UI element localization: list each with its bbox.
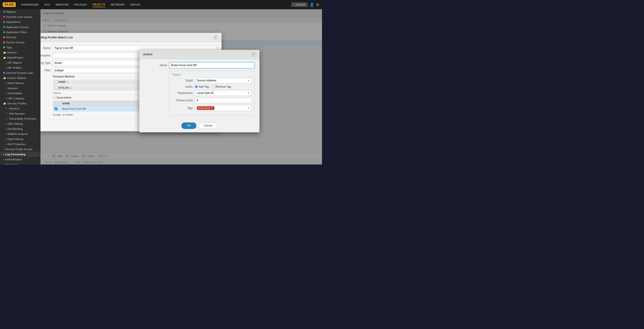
sidebar-label-wildfire: WildFire Analysis [8,132,28,135]
nav-objects[interactable]: OBJECTS [92,2,105,7]
sidebar-item-log-forwarding[interactable]: ▪ Log Forwarding [0,152,40,157]
sidebar-item-security-profile-groups[interactable]: ▪ Security Profile Groups [0,147,40,152]
sidebar-item-devices[interactable]: 📁 Devices [0,50,40,55]
remove-tag-radio-label[interactable]: Remove Tag [212,85,231,88]
tagging-title: Tagging [172,73,252,76]
antivirus-icon: 🛡 [6,107,8,110]
data-patterns-icon: ▪ [6,82,6,84]
sidebar-item-url-filtering[interactable]: ▪ URL Filtering [0,121,40,126]
sidebar-item-authentication[interactable]: ▪ Authentication [0,157,40,162]
sidebar-item-service-groups[interactable]: Service Groups [0,40,40,45]
sidebar-item-vuln-protection[interactable]: 🛡 Vulnerability Protection [0,116,40,121]
snmp-checkbox[interactable] [55,80,58,83]
items-count: 4 items [53,92,61,94]
sidebar-item-antivirus[interactable]: 🛡 Antivirus [0,106,40,111]
sidebar-item-file-blocking[interactable]: ▪ File Blocking [0,126,40,132]
syslog-checkbox[interactable] [55,86,58,89]
registration-row: Registration Local User-ID ▼ [172,90,252,96]
tag-remove-icon[interactable]: ✕ [211,107,213,109]
sidebar-item-data-patterns[interactable]: ▪ Data Patterns [0,80,40,86]
sidebar-item-custom-objects[interactable]: 📁 Custom Objects [0,76,40,80]
sidebar-label-appfilters: Application Filters [6,31,27,34]
actions-delete-button[interactable]: ⊖ Delete [62,113,73,116]
log-forwarding-icon: ▪ [3,153,4,156]
sidebar-item-url-category[interactable]: ▪ URL Category [0,96,40,101]
sidebar-item-applications[interactable]: Applications [0,20,40,24]
action-name-row: Name [144,62,255,68]
sidebar-item-application-groups[interactable]: Application Groups [0,24,40,30]
action-dialog-help-button[interactable]: ? [252,52,256,56]
action-dialog: Action ? Name Tagging Target [139,50,260,132]
brute-force-tag: brute-force ✕ [197,106,214,110]
row1-checkbox[interactable] [54,107,57,110]
action-name-input[interactable] [169,62,255,68]
outer-dialog-help-button[interactable]: ? [214,35,218,39]
user-icon[interactable]: 👤 [310,2,314,7]
nav-network[interactable]: NETWORK [111,2,125,7]
vulnerability-icon: ▪ [6,92,6,95]
quarantine-checkbox[interactable] [53,96,56,99]
snmp-label: SNMP [58,80,66,83]
sidebar-label-hipprof: HIP Profiles [8,66,22,69]
tags-field[interactable]: brute-force ✕ ▼ [195,105,252,111]
add-tag-radio-label[interactable]: Add Tag [195,85,209,88]
sidebar-item-dynamic-user-groups[interactable]: Dynamic User Groups [0,14,40,20]
nav-monitor[interactable]: MONITOR [56,2,68,7]
nav-acc[interactable]: ACC [44,2,50,7]
sidebar-label-edl: External Dynamic Lists [6,72,33,74]
nav-device[interactable]: DEVICE [130,2,141,7]
sidebar-label-tags: Tags [6,46,12,49]
description-field-label: Description [40,54,51,57]
sidebar-label-urlcat: URL Category [8,97,24,100]
sidebar-label-applications: Applications [6,20,20,23]
registration-select[interactable]: Local User-ID [195,90,252,96]
authentication-icon: ▪ [3,158,4,161]
sidebar-item-services[interactable]: Services [0,35,40,40]
sidebar-item-hip-profiles[interactable]: ▪ HIP Profiles [0,65,40,70]
nav-dashboard[interactable]: DASHBOARD [21,2,39,7]
action-ok-button[interactable]: OK [181,122,196,129]
remove-tag-radio[interactable] [212,85,214,88]
sidebar-item-decryption[interactable]: ▪ Decryption [0,162,40,164]
sidebar-item-application-filters[interactable]: Application Filters [0,30,40,35]
sidebar-item-wildfire-analysis[interactable]: ▪ WildFire Analysis [0,132,40,136]
sidebar-label-urlfilt: URL Filtering [8,122,23,125]
sidebar-item-anti-spyware[interactable]: 🛡 Anti-Spyware [0,111,40,116]
tagging-target-row: Target Source Address ▼ [172,78,252,83]
name-field-label: Name [40,46,51,50]
nav-policies[interactable]: POLICIES [74,2,87,7]
sidebar-item-data-filtering[interactable]: ▪ Data Filtering [0,136,40,142]
sidebar-item-spyware[interactable]: ▪ Spyware [0,86,40,91]
outer-dialog-header: Log Forwarding Profile Match List ? [40,33,222,42]
sidebar-label-vulnprotect: Vulnerability Protection [9,117,36,120]
commit-button[interactable]: ↑ Commit [291,2,308,7]
sidebar-item-globalprotect[interactable]: 📁 GlobalProtect [0,55,40,60]
action-cancel-button[interactable]: Cancel [199,122,217,129]
tags-row: Tags brute-force ✕ ▼ [172,105,252,111]
syslog-label: SYSLOG [58,86,69,89]
sidebar-item-security-profiles[interactable]: 📁 Security Profiles [0,101,40,106]
ext-dynamic-icon [3,72,5,74]
service-groups-icon [3,42,5,43]
sidebar-item-hip-objects[interactable]: ▪ HIP Objects [0,60,40,65]
settings-icon[interactable]: ⚙ [316,2,319,7]
sidebar-item-dos-protection[interactable]: ▪ DoS Protection [0,142,40,147]
top-nav: PA-220 DASHBOARD ACC MONITOR POLICIES OB… [0,0,322,9]
sidebar-item-external-dynamic-lists[interactable]: External Dynamic Lists [0,70,40,76]
tags-label: Tags [172,106,193,110]
sidebar-item-vulnerability[interactable]: ▪ Vulnerability [0,91,40,96]
sidebar-label-hipobj: HIP Objects [8,61,22,64]
applications-icon [3,21,5,23]
sidebar-item-tags[interactable]: Tags [0,45,40,50]
timeout-input[interactable] [195,98,252,103]
sidebar-label-devices: Devices [7,51,17,54]
target-select[interactable]: Source Address [195,78,252,83]
sidebar-item-regions[interactable]: Regions [0,9,40,14]
sidebar: Regions Dynamic User Groups Applications… [0,9,40,164]
actions-add-button[interactable]: ⊕ Add [53,113,61,116]
snmp-chevron: ▲ [66,80,69,83]
sidebar-label-spyware: Spyware [8,87,18,90]
log-type-label: Log Type [40,61,51,64]
add-tag-radio[interactable] [195,85,198,88]
target-select-wrapper: Source Address ▼ [195,78,252,83]
